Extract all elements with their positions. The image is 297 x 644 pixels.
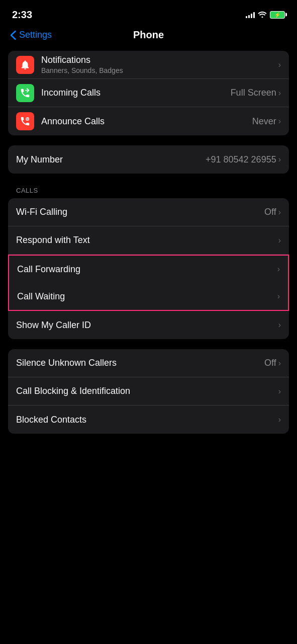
caller-id-title: Show My Caller ID (16, 320, 278, 331)
blocked-contacts-title: Blocked Contacts (16, 415, 278, 425)
caller-id-item[interactable]: Show My Caller ID › (8, 311, 289, 339)
call-forwarding-right: › (277, 265, 280, 274)
incoming-calls-chevron: › (278, 89, 281, 98)
incoming-calls-item[interactable]: Incoming Calls Full Screen › (8, 79, 289, 107)
my-number-right: +91 80542 26955 › (206, 154, 281, 165)
notifications-group: Notifications Banners, Sounds, Badges › … (8, 51, 289, 135)
caller-id-chevron: › (278, 320, 281, 330)
call-waiting-right: › (277, 292, 280, 301)
notifications-title: Notifications (41, 55, 278, 65)
battery-icon: ⚡ (270, 11, 285, 19)
silence-unknown-title: Silence Unknown Callers (16, 358, 264, 368)
notifications-item[interactable]: Notifications Banners, Sounds, Badges › (8, 51, 289, 79)
page-title: Phone (133, 29, 164, 41)
call-forwarding-title: Call Forwarding (17, 264, 277, 275)
back-button[interactable]: Settings (10, 30, 52, 40)
call-blocking-right: › (278, 387, 281, 396)
incoming-calls-value: Full Screen (231, 88, 276, 98)
announce-calls-chevron: › (278, 117, 281, 126)
wifi-calling-item[interactable]: Wi-Fi Calling Off › (8, 198, 289, 226)
incoming-calls-icon (16, 84, 34, 102)
respond-with-text-chevron: › (278, 236, 281, 245)
silence-unknown-chevron: › (278, 359, 281, 368)
my-number-label: My Number (16, 154, 63, 165)
notifications-right: › (278, 60, 281, 69)
call-forwarding-content: Call Forwarding (17, 264, 277, 275)
call-blocking-chevron: › (278, 387, 281, 396)
status-icons: ⚡ (246, 11, 285, 19)
my-number-value: +91 80542 26955 (206, 154, 276, 165)
blocked-contacts-item[interactable]: Blocked Contacts › (8, 406, 289, 434)
notifications-content: Notifications Banners, Sounds, Badges (41, 55, 278, 74)
call-waiting-item[interactable]: Call Waiting › (8, 283, 289, 311)
silence-unknown-value: Off (264, 358, 276, 368)
wifi-calling-chevron: › (278, 208, 281, 217)
call-forwarding-item[interactable]: Call Forwarding › (8, 255, 289, 283)
call-waiting-title: Call Waiting (17, 291, 277, 302)
incoming-calls-content: Incoming Calls (41, 88, 231, 98)
incoming-calls-right: Full Screen › (231, 88, 281, 98)
wifi-icon (258, 11, 267, 19)
call-blocking-item[interactable]: Call Blocking & Identification › (8, 377, 289, 406)
announce-calls-icon (16, 112, 34, 130)
silence-unknown-content: Silence Unknown Callers (16, 358, 264, 368)
call-forwarding-chevron: › (277, 265, 280, 274)
svg-point-2 (27, 119, 28, 120)
back-label: Settings (19, 30, 52, 40)
respond-with-text-content: Respond with Text (16, 235, 278, 246)
caller-id-content: Show My Caller ID (16, 320, 278, 331)
caller-id-right: › (278, 320, 281, 330)
announce-calls-item[interactable]: Announce Calls Never › (8, 107, 289, 135)
wifi-calling-value: Off (264, 207, 276, 217)
call-waiting-chevron: › (277, 292, 280, 301)
silence-unknown-right: Off › (264, 358, 281, 368)
silence-unknown-item[interactable]: Silence Unknown Callers Off › (8, 349, 289, 377)
notifications-icon (16, 56, 34, 74)
my-number-chevron: › (278, 155, 281, 164)
calls-section-label: CALLS (0, 184, 297, 198)
status-bar: 2:33 ⚡ (0, 0, 297, 26)
bottom-group: Silence Unknown Callers Off › Call Block… (8, 349, 289, 434)
announce-calls-title: Announce Calls (41, 116, 252, 127)
call-waiting-content: Call Waiting (17, 291, 277, 302)
notifications-chevron: › (278, 60, 281, 69)
nav-bar: Settings Phone (0, 26, 297, 47)
incoming-calls-title: Incoming Calls (41, 88, 231, 98)
signal-icon (246, 11, 255, 18)
announce-calls-content: Announce Calls (41, 116, 252, 127)
settings-content: Notifications Banners, Sounds, Badges › … (0, 47, 297, 448)
blocked-contacts-content: Blocked Contacts (16, 415, 278, 425)
announce-calls-value: Never (252, 116, 276, 127)
respond-with-text-right: › (278, 236, 281, 245)
call-blocking-content: Call Blocking & Identification (16, 386, 278, 396)
call-blocking-title: Call Blocking & Identification (16, 386, 278, 396)
blocked-contacts-chevron: › (278, 415, 281, 424)
blocked-contacts-right: › (278, 415, 281, 424)
calls-group: Wi-Fi Calling Off › Respond with Text › … (8, 198, 289, 339)
notifications-subtitle: Banners, Sounds, Badges (41, 66, 278, 74)
battery-bolt: ⚡ (274, 12, 280, 18)
my-number-group: My Number +91 80542 26955 › (8, 145, 289, 174)
wifi-calling-content: Wi-Fi Calling (16, 207, 264, 217)
status-time: 2:33 (12, 9, 32, 21)
my-number-item[interactable]: My Number +91 80542 26955 › (8, 145, 289, 174)
wifi-calling-title: Wi-Fi Calling (16, 207, 264, 217)
wifi-calling-right: Off › (264, 207, 281, 217)
announce-calls-right: Never › (252, 116, 281, 127)
respond-with-text-title: Respond with Text (16, 235, 278, 246)
respond-with-text-item[interactable]: Respond with Text › (8, 226, 289, 255)
